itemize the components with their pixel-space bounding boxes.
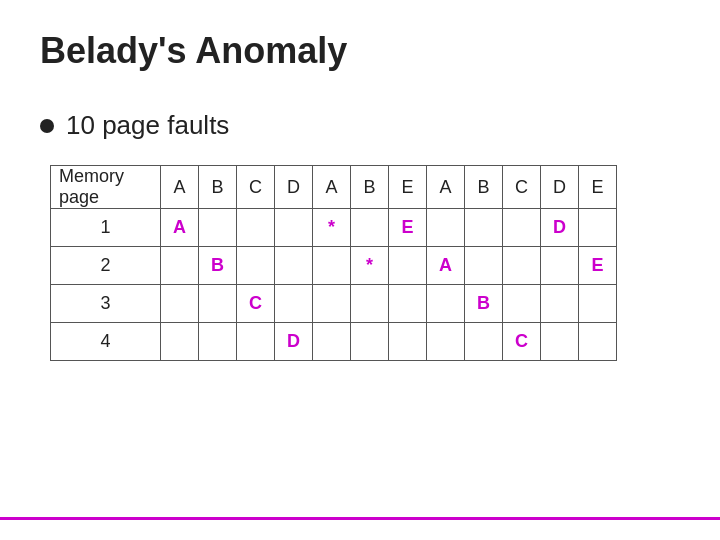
bullet-row: 10 page faults <box>40 110 680 141</box>
cell-2-12: E <box>579 247 617 285</box>
cell-3-3: C <box>237 285 275 323</box>
cell-1-5: * <box>313 209 351 247</box>
cell-2-10 <box>503 247 541 285</box>
row-label-3: 3 <box>51 285 161 323</box>
cell-3-10 <box>503 285 541 323</box>
cell-1-3 <box>237 209 275 247</box>
cell-1-7: E <box>389 209 427 247</box>
cell-4-9 <box>465 323 503 361</box>
memory-table: Memory page A B C D A B E A B C D E 1 A <box>50 165 617 361</box>
row-label-4: 4 <box>51 323 161 361</box>
cell-2-1 <box>161 247 199 285</box>
cell-4-11 <box>541 323 579 361</box>
table-row-2: 2 B * A E <box>51 247 617 285</box>
table-row-1: 1 A * E D <box>51 209 617 247</box>
cell-1-6 <box>351 209 389 247</box>
cell-3-6 <box>351 285 389 323</box>
col-header-C2: C <box>503 166 541 209</box>
col-header-B2: B <box>351 166 389 209</box>
cell-4-10: C <box>503 323 541 361</box>
cell-2-11 <box>541 247 579 285</box>
cell-1-2 <box>199 209 237 247</box>
cell-3-1 <box>161 285 199 323</box>
col-header-B3: B <box>465 166 503 209</box>
page-faults-label: 10 page faults <box>66 110 229 141</box>
col-header-C1: C <box>237 166 275 209</box>
cell-3-8 <box>427 285 465 323</box>
table-header-row: Memory page A B C D A B E A B C D E <box>51 166 617 209</box>
col-header-D2: D <box>541 166 579 209</box>
cell-2-7 <box>389 247 427 285</box>
cell-1-12 <box>579 209 617 247</box>
cell-1-8 <box>427 209 465 247</box>
cell-2-2: B <box>199 247 237 285</box>
cell-4-5 <box>313 323 351 361</box>
cell-3-12 <box>579 285 617 323</box>
cell-1-11: D <box>541 209 579 247</box>
cell-4-2 <box>199 323 237 361</box>
table-row-4: 4 D C <box>51 323 617 361</box>
cell-3-7 <box>389 285 427 323</box>
cell-3-2 <box>199 285 237 323</box>
row-label-2: 2 <box>51 247 161 285</box>
cell-2-8: A <box>427 247 465 285</box>
page-title: Belady's Anomaly <box>40 30 680 80</box>
cell-3-9: B <box>465 285 503 323</box>
col-header-B1: B <box>199 166 237 209</box>
col-header-A3: A <box>427 166 465 209</box>
cell-1-1: A <box>161 209 199 247</box>
row-label-1: 1 <box>51 209 161 247</box>
cell-3-5 <box>313 285 351 323</box>
bottom-line <box>0 517 720 520</box>
col-header-A2: A <box>313 166 351 209</box>
cell-3-11 <box>541 285 579 323</box>
table-row-3: 3 C B <box>51 285 617 323</box>
cell-2-5 <box>313 247 351 285</box>
cell-4-1 <box>161 323 199 361</box>
cell-1-10 <box>503 209 541 247</box>
col-header-A1: A <box>161 166 199 209</box>
bullet-icon <box>40 119 54 133</box>
cell-2-3 <box>237 247 275 285</box>
cell-4-7 <box>389 323 427 361</box>
col-header-D1: D <box>275 166 313 209</box>
cell-1-9 <box>465 209 503 247</box>
cell-4-12 <box>579 323 617 361</box>
cell-4-6 <box>351 323 389 361</box>
cell-4-4: D <box>275 323 313 361</box>
col-header-label: Memory page <box>51 166 161 209</box>
cell-3-4 <box>275 285 313 323</box>
cell-4-3 <box>237 323 275 361</box>
cell-4-8 <box>427 323 465 361</box>
cell-2-4 <box>275 247 313 285</box>
cell-2-9 <box>465 247 503 285</box>
cell-1-4 <box>275 209 313 247</box>
col-header-E2: E <box>579 166 617 209</box>
page-container: Belady's Anomaly 10 page faults Memory p… <box>0 0 720 540</box>
col-header-E1: E <box>389 166 427 209</box>
cell-2-6: * <box>351 247 389 285</box>
